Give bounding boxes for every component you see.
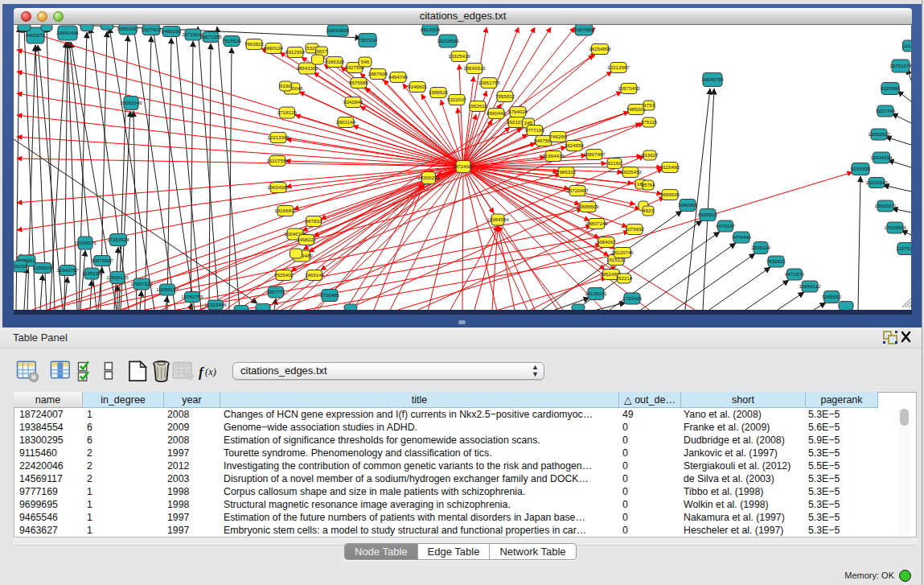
svg-text:16107554: 16107554 (266, 158, 289, 163)
svg-text:12342757: 12342757 (56, 267, 79, 273)
svg-text:1145194: 1145194 (82, 270, 101, 276)
svg-text:16154808: 16154808 (589, 46, 611, 51)
svg-text:16210643: 16210643 (865, 179, 888, 185)
svg-text:252214: 252214 (616, 275, 633, 281)
svg-text:9227349: 9227349 (876, 108, 896, 113)
svg-text:1498222: 1498222 (297, 237, 317, 242)
svg-text:1562615: 1562615 (468, 103, 488, 109)
svg-text:10688609: 10688609 (577, 204, 599, 209)
svg-text:12093822: 12093822 (868, 131, 890, 137)
svg-text:16648784: 16648784 (701, 76, 724, 82)
svg-text:746266: 746266 (550, 134, 567, 139)
svg-text:8405572: 8405572 (26, 32, 46, 38)
svg-text:7625402: 7625402 (274, 272, 294, 278)
svg-text:9699695: 9699695 (660, 192, 680, 197)
svg-text:2087682: 2087682 (574, 27, 594, 32)
svg-text:6479197: 6479197 (716, 223, 736, 229)
svg-text:5322037: 5322037 (447, 97, 467, 102)
svg-text:16033809: 16033809 (326, 27, 349, 33)
svg-text:9657771: 9657771 (266, 289, 286, 295)
svg-text:19218506: 19218506 (437, 38, 459, 43)
svg-text:2935114: 2935114 (751, 245, 770, 250)
svg-text:10654112: 10654112 (799, 283, 821, 289)
svg-text:8912954: 8912954 (285, 49, 306, 55)
svg-text:19654985: 19654985 (267, 184, 290, 190)
svg-text:19166827: 19166827 (274, 208, 297, 213)
svg-text:933627: 933627 (642, 152, 659, 158)
svg-text:13325419: 13325419 (448, 53, 470, 59)
svg-text:5716485: 5716485 (320, 292, 340, 298)
svg-text:8215955: 8215955 (851, 166, 871, 171)
svg-text:10807487: 10807487 (583, 151, 606, 157)
svg-text:20206576: 20206576 (74, 240, 97, 245)
svg-text:7955812: 7955812 (495, 93, 515, 99)
svg-text:9146821: 9146821 (408, 84, 428, 89)
svg-text:12905135: 12905135 (106, 274, 129, 280)
svg-text:19384554: 19384554 (487, 216, 509, 222)
svg-text:5675685: 5675685 (349, 80, 369, 85)
svg-text:39159: 39159 (14, 263, 27, 269)
svg-text:10958187: 10958187 (156, 286, 179, 292)
svg-text:16543362: 16543362 (296, 65, 318, 71)
svg-text:8186328: 8186328 (325, 59, 345, 64)
svg-text:2718126: 2718126 (277, 109, 298, 115)
svg-text:12213369: 12213369 (267, 134, 290, 140)
svg-text:1469144: 1469144 (305, 272, 325, 278)
svg-text:9777169: 9777169 (525, 127, 545, 133)
svg-text:7986322: 7986322 (556, 169, 577, 175)
svg-text:16671355: 16671355 (199, 34, 222, 39)
svg-text:4923: 4923 (643, 208, 654, 213)
svg-text:62160: 62160 (607, 160, 622, 166)
svg-text:12444154: 12444154 (870, 154, 893, 160)
svg-text:8990443: 8990443 (487, 110, 507, 116)
svg-text:17016504: 17016504 (884, 225, 906, 230)
svg-text:14136141: 14136141 (585, 290, 607, 296)
svg-text:10025453: 10025453 (619, 169, 642, 175)
svg-text:9474444: 9474444 (732, 234, 752, 240)
svg-text:9115460: 9115460 (660, 164, 680, 170)
svg-text:17353924: 17353924 (107, 237, 129, 242)
svg-text:20691406: 20691406 (56, 30, 79, 35)
svg-text:18724007: 18724007 (452, 163, 474, 169)
svg-text:7357224: 7357224 (358, 37, 378, 43)
svg-text:1733426: 1733426 (622, 295, 643, 301)
svg-text:546: 546 (361, 59, 370, 64)
svg-text:1640954: 1640954 (678, 202, 698, 208)
svg-text:9245652: 9245652 (822, 294, 842, 299)
svg-text:8660124: 8660124 (264, 45, 284, 51)
svg-text:9084067: 9084067 (597, 239, 617, 245)
svg-text:10973493: 10973493 (618, 85, 640, 91)
svg-text:95764: 95764 (641, 182, 655, 187)
svg-text:6794024: 6794024 (508, 109, 528, 114)
svg-text:10653267: 10653267 (117, 26, 139, 31)
svg-text:f: f (199, 365, 205, 380)
svg-text:8938923: 8938923 (698, 212, 718, 217)
svg-text:15720407: 15720407 (566, 187, 589, 193)
svg-text:16120746: 16120746 (611, 249, 634, 255)
svg-text:1156829: 1156829 (33, 265, 52, 270)
svg-text:975115: 975115 (641, 119, 658, 125)
svg-text:8454749: 8454749 (388, 74, 409, 80)
svg-text:15751074: 15751074 (889, 63, 911, 68)
svg-text:10961755: 10961755 (478, 80, 500, 85)
svg-text:16782759: 16782759 (181, 294, 203, 299)
svg-text:20053346: 20053346 (120, 100, 142, 105)
svg-text:12213967: 12213967 (607, 64, 630, 70)
svg-text:7663822: 7663822 (244, 41, 265, 47)
svg-text:18807249: 18807249 (585, 220, 608, 226)
svg-text:1588520: 1588520 (429, 89, 449, 95)
svg-text:7632621: 7632621 (766, 258, 786, 264)
svg-text:9242848: 9242848 (343, 99, 363, 105)
svg-text:30975867: 30975867 (91, 257, 113, 263)
svg-text:887833: 887833 (306, 218, 322, 224)
svg-text:1112: 1112 (903, 43, 911, 48)
svg-text:6466160: 6466160 (162, 28, 182, 34)
svg-text:(x): (x) (205, 366, 216, 377)
svg-text:1075692: 1075692 (625, 226, 645, 232)
svg-text:17957223: 17957223 (130, 281, 153, 286)
svg-text:9190: 9190 (280, 83, 291, 89)
svg-text:8471676: 8471676 (785, 271, 805, 277)
svg-text:2867608: 2867608 (368, 71, 388, 76)
svg-text:7515526: 7515526 (222, 38, 242, 43)
svg-text:2803144: 2803144 (336, 119, 356, 125)
